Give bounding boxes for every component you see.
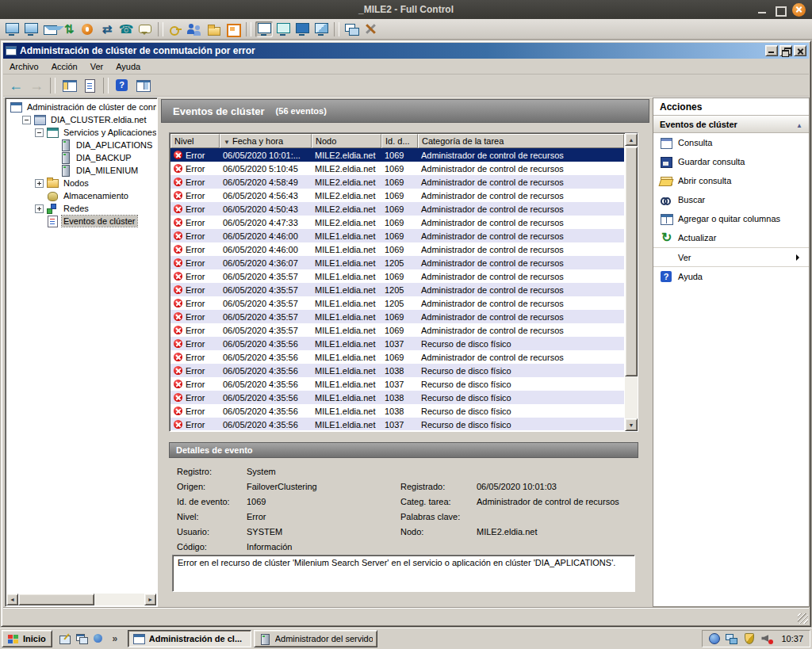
tree-item[interactable]: DIA_CLUSTER.eldia.net — [6, 113, 156, 126]
scrollbar-thumb[interactable] — [18, 594, 94, 605]
fit-screen-icon[interactable] — [274, 21, 292, 37]
remote-monitor-icon[interactable] — [3, 21, 21, 37]
action-item[interactable]: Ayuda — [653, 266, 809, 285]
screenshot-box-icon[interactable] — [224, 21, 242, 37]
event-row[interactable]: Error 06/05/2020 4:47:33 MILE2.eldia.net… — [170, 216, 624, 229]
full-control-icon[interactable] — [255, 21, 273, 37]
column-header[interactable]: Categoría de la tarea — [418, 134, 624, 148]
minus-icon[interactable] — [22, 116, 31, 124]
minimize-icon[interactable] — [757, 5, 768, 15]
action-pane-icon[interactable] — [133, 77, 152, 94]
event-row[interactable]: Error 06/05/2020 4:46:00 MILE1.eldia.net… — [170, 242, 624, 256]
screen-sync-icon[interactable] — [98, 21, 116, 37]
tree-item[interactable]: Eventos de clúster — [6, 215, 156, 227]
horizontal-scrollbar[interactable] — [6, 594, 156, 605]
column-header[interactable]: Fecha y hora — [220, 134, 312, 148]
tree-expander-slot[interactable] — [48, 154, 56, 162]
action-item[interactable]: Actualizar — [653, 228, 809, 247]
monitor-solid-icon[interactable] — [293, 21, 311, 37]
tools-icon[interactable] — [362, 21, 380, 37]
column-header[interactable]: Nodo — [312, 134, 381, 148]
action-item[interactable]: Agregar o quitar columnas — [653, 209, 809, 228]
tree-expander-slot[interactable] — [48, 166, 56, 175]
action-item[interactable]: Ver — [653, 247, 809, 266]
event-row[interactable]: Error 06/05/2020 4:56:43 MILE2.eldia.net… — [170, 189, 624, 202]
event-row[interactable]: Error 06/05/2020 4:46:00 MILE1.eldia.net… — [170, 229, 624, 242]
event-row[interactable]: Error 06/05/2020 10:01:... MILE2.eldia.n… — [170, 148, 624, 162]
tree-item[interactable]: Servicios y Aplicaciones — [6, 126, 156, 139]
event-row[interactable]: Error 06/05/2020 4:35:57 MILE1.eldia.net… — [170, 269, 624, 283]
taskbar-button[interactable]: Administración de cl... — [128, 630, 251, 647]
taskbar-button[interactable]: Administrador del servidor — [254, 630, 377, 647]
tree-item[interactable]: DIA_BACKUP — [6, 151, 156, 164]
export-list-icon[interactable] — [80, 77, 99, 94]
event-row[interactable]: Error 06/05/2020 4:35:56 MILE1.eldia.net… — [170, 364, 624, 377]
event-row[interactable]: Error 06/05/2020 4:58:49 MILE2.eldia.net… — [170, 175, 624, 189]
close-icon[interactable] — [792, 3, 806, 17]
close-icon[interactable] — [794, 45, 806, 56]
collapse-icon[interactable] — [796, 120, 802, 129]
scroll-left-icon[interactable] — [6, 594, 18, 605]
event-row[interactable]: Error 06/05/2020 4:35:57 MILE1.eldia.net… — [170, 283, 624, 296]
show-desktop-icon[interactable] — [58, 632, 72, 646]
minimize-icon[interactable] — [765, 45, 778, 56]
event-row[interactable]: Error 06/05/2020 4:36:07 MILE1.eldia.net… — [170, 256, 624, 269]
tree-expander-slot[interactable] — [48, 141, 56, 150]
event-row[interactable]: Error 06/05/2020 4:35:56 MILE1.eldia.net… — [170, 377, 624, 391]
event-row[interactable]: Error 06/05/2020 4:50:43 MILE2.eldia.net… — [170, 202, 624, 216]
plus-icon[interactable] — [35, 179, 44, 188]
tray-shield-icon[interactable] — [742, 632, 756, 646]
tree-expander-slot[interactable] — [35, 217, 44, 226]
event-row[interactable]: Error 06/05/2020 4:35:56 MILE1.eldia.net… — [170, 418, 624, 430]
menu-item[interactable]: Acción — [45, 60, 84, 73]
restore-icon[interactable] — [779, 45, 792, 56]
menu-item[interactable]: Ver — [84, 60, 110, 73]
ctrl-alt-del-key-icon[interactable] — [167, 21, 185, 37]
taskbar-clock[interactable]: 10:37 — [781, 634, 803, 643]
tray-network-icon[interactable] — [725, 632, 739, 646]
tree-item[interactable]: Almacenamiento — [6, 189, 156, 202]
event-row[interactable]: Error 06/05/2020 4:35:57 MILE1.eldia.net… — [170, 310, 624, 323]
forward-arrow-icon[interactable] — [27, 77, 46, 94]
minus-icon[interactable] — [35, 128, 44, 137]
monitor-settings-icon[interactable] — [22, 21, 40, 37]
action-item[interactable]: Guardar consulta — [653, 152, 809, 171]
tray-volume-muted-icon[interactable] — [760, 632, 774, 646]
scroll-down-icon[interactable] — [625, 418, 638, 431]
action-item[interactable]: Consulta — [653, 133, 809, 152]
event-row[interactable]: Error 06/05/2020 4:35:56 MILE1.eldia.net… — [170, 391, 624, 404]
tree-item[interactable]: DIA_APLICATIONS — [6, 139, 156, 151]
event-row[interactable]: Error 06/05/2020 4:35:56 MILE1.eldia.net… — [170, 404, 624, 418]
send-message-icon[interactable] — [41, 21, 59, 37]
column-header[interactable]: Id. d... — [381, 134, 418, 148]
scale-window-icon[interactable] — [312, 21, 330, 37]
back-arrow-icon[interactable] — [6, 77, 25, 94]
plus-icon[interactable] — [35, 204, 44, 213]
event-row[interactable]: Error 06/05/2020 4:35:57 MILE1.eldia.net… — [170, 323, 624, 337]
help-question-icon[interactable] — [113, 77, 132, 94]
window-switcher-icon[interactable] — [75, 632, 89, 646]
maximize-icon[interactable] — [775, 5, 785, 15]
chevron-overflow-icon[interactable] — [108, 632, 122, 646]
smartcard-users-icon[interactable] — [186, 21, 204, 37]
event-row[interactable]: Error 06/05/2020 4:35:57 MILE1.eldia.net… — [170, 296, 624, 310]
tree-item[interactable]: Redes — [6, 202, 156, 215]
action-item[interactable]: Abrir consulta — [653, 171, 809, 190]
scrollbar-thumb[interactable] — [625, 147, 638, 376]
file-transfer-icon[interactable] — [205, 21, 223, 37]
action-item[interactable]: Buscar — [653, 190, 809, 209]
event-row[interactable]: Error 06/05/2020 4:35:56 MILE1.eldia.net… — [170, 350, 624, 364]
resize-grip[interactable] — [798, 613, 808, 624]
chat-icon[interactable] — [136, 21, 154, 37]
media-icon[interactable] — [91, 632, 105, 646]
upload-arrows-icon[interactable] — [60, 21, 78, 37]
console-tree-icon[interactable] — [59, 77, 79, 94]
column-header[interactable]: Nivel — [170, 134, 220, 148]
dual-windows-icon[interactable] — [343, 21, 361, 37]
start-button[interactable]: Inicio — [2, 630, 52, 647]
tray-globe-icon[interactable] — [707, 632, 722, 646]
phone-icon[interactable] — [117, 21, 135, 37]
actions-section-header[interactable]: Eventos de clúster — [653, 116, 809, 133]
tree-expander-slot[interactable] — [35, 192, 44, 200]
mmc-titlebar[interactable]: Administración de clúster de conmutación… — [3, 43, 809, 59]
